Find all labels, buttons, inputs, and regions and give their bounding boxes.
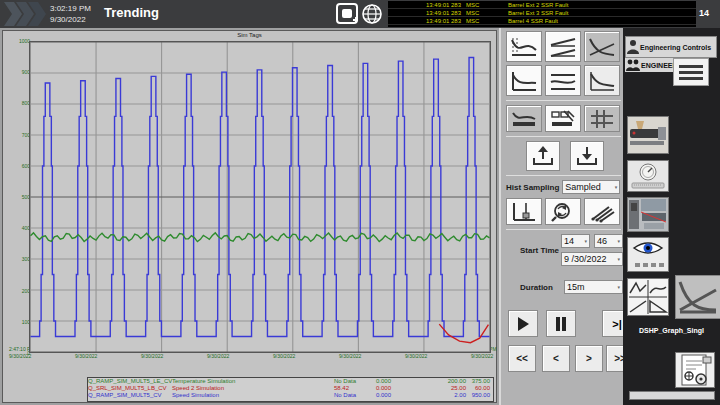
pen-tag: Q_SRL_SIM_MULT5_LB_CV: [88, 385, 172, 392]
start-minute-value: 46: [597, 236, 607, 246]
pen-cursor-value: 0.000: [376, 392, 436, 399]
start-date-value: 9 /30/2022: [564, 254, 607, 264]
duration-select[interactable]: 15m ▾: [564, 280, 623, 294]
export-trend-button[interactable]: [526, 141, 560, 171]
trend-style-3-button[interactable]: [584, 31, 620, 62]
quad-graph-button[interactable]: [627, 278, 669, 316]
screenshot-icon[interactable]: [336, 3, 359, 25]
cursor-button[interactable]: [506, 198, 542, 225]
pen-max: 950.00: [466, 392, 492, 399]
step-back-button[interactable]: <: [542, 345, 570, 372]
hamburger-menu-button[interactable]: [673, 58, 709, 86]
pause-button[interactable]: [546, 310, 576, 337]
clock: 3:02:19 PM 9/30/2022: [50, 3, 91, 25]
pen-legend-table[interactable]: Q_RAMP_SIM_MULT5_LE_CV Temperature Simul…: [87, 377, 494, 402]
pen-value: No Data: [334, 392, 376, 399]
pen-max: 375.00: [466, 378, 492, 385]
play-button[interactable]: [508, 310, 538, 337]
navigation-sidebar: Engineering Controls ENGINEERS: [623, 28, 720, 405]
hist-sampling-select[interactable]: Sampled ▾: [562, 180, 620, 194]
current-time: 3:02:19 PM: [50, 3, 91, 14]
engineering-controls-button[interactable]: Engineering Controls: [625, 36, 717, 58]
chevron-down-icon: ▾: [615, 184, 618, 190]
alarm-banner[interactable]: 13:49:01 283 MSC Barrel Ext 2 SSR Fault …: [388, 1, 696, 27]
pen-temperature-simulation: [30, 233, 489, 242]
pens-button[interactable]: [584, 198, 620, 225]
sidebar-scrollbar[interactable]: [629, 391, 715, 400]
alarm-message: Barrel 4 SSR Fault: [508, 17, 558, 24]
import-trend-button[interactable]: [570, 141, 604, 171]
chart-background-icon: [511, 109, 537, 129]
pen-cursor-value: 0.000: [376, 378, 436, 385]
trend-chart[interactable]: [30, 42, 490, 352]
legend-row[interactable]: Q_SRL_SIM_MULT5_LB_CV Speed 2 Simulation…: [88, 385, 493, 392]
start-time-label: Start Time: [520, 246, 559, 255]
chevron-down-icon: ▾: [617, 284, 620, 290]
trend-style-4-button[interactable]: [506, 65, 542, 96]
quad-graph-icon: [628, 279, 668, 315]
page-back-button[interactable]: <<: [508, 345, 536, 372]
alarm-time: 13:49:01 283: [426, 9, 466, 16]
spinner-icon: ▾: [584, 238, 587, 244]
zoom-refresh-button[interactable]: [545, 198, 581, 225]
step-back-label: <: [553, 353, 559, 364]
play-icon: [517, 317, 529, 331]
trend-style-3-icon: [588, 36, 616, 58]
start-minute-spinner[interactable]: 46 ▾: [594, 234, 623, 248]
chart-background-button[interactable]: [506, 105, 542, 132]
trend-style-6-icon: [588, 70, 616, 92]
y-axis-label: 900: [8, 69, 30, 75]
pause-icon: [555, 317, 567, 331]
machine-screen-button[interactable]: [627, 197, 669, 232]
company-logo-icon: [4, 2, 46, 26]
language-globe-icon[interactable]: [361, 3, 384, 25]
people-icon: [625, 59, 641, 72]
trend-style-1-button[interactable]: [506, 31, 542, 62]
vision-screen-button[interactable]: [627, 237, 669, 272]
alarm-source: MSC: [466, 9, 492, 16]
single-graph-button[interactable]: [675, 275, 720, 319]
alarm-count-badge: 14: [699, 8, 709, 18]
alarm-row[interactable]: 13:49:01 283 MSC Barrel Ext 2 SSR Fault: [388, 1, 696, 9]
chart-title: Sim Tags: [3, 32, 496, 38]
legend-row[interactable]: Q_RAMP_SIM_MULT5_LE_CV Temperature Simul…: [88, 378, 493, 385]
pen-value: 58.42: [334, 385, 376, 392]
y-axis-label: 600: [8, 163, 30, 169]
pen-tag: Q_RAMP_SIM_MULT5_CV: [88, 392, 172, 399]
y-axis-label: 200: [8, 288, 30, 294]
extruder-screen-button[interactable]: [627, 116, 669, 154]
report-document-icon: [676, 353, 714, 387]
legend-row[interactable]: Q_RAMP_SIM_MULT5_CV Speed Simulation No …: [88, 392, 493, 399]
menu-bar: [679, 71, 703, 74]
duration-value: 15m: [567, 282, 585, 292]
gauge-screen-button[interactable]: [627, 160, 669, 192]
chevron-down-icon: ▾: [617, 256, 620, 262]
pen-style-button[interactable]: [545, 105, 581, 132]
alarm-row[interactable]: 13:49:01 283 MSC Barrel Ext 3 SSR Fault: [388, 9, 696, 17]
pen-cursor-value: 0.000: [376, 385, 436, 392]
pens-icon: [589, 201, 615, 223]
page-title: Trending: [104, 5, 159, 20]
jump-to-now-label: >|: [612, 318, 622, 330]
trend-style-6-button[interactable]: [584, 65, 620, 96]
alarm-row[interactable]: 13:49:01 283 MSC Barrel 4 SSR Fault: [388, 17, 696, 25]
step-forward-button[interactable]: >: [575, 345, 603, 372]
step-forward-label: >: [586, 353, 592, 364]
trend-style-1-icon: [510, 36, 538, 58]
trend-style-2-icon: [549, 36, 577, 58]
start-hour-spinner[interactable]: 14 ▾: [561, 234, 590, 248]
trend-style-2-button[interactable]: [545, 31, 581, 62]
gridlines-button[interactable]: [584, 105, 620, 132]
trend-style-4-icon: [510, 70, 538, 92]
trend-chart-panel: Sim Tags 0100200300400500600700800900100…: [2, 30, 497, 403]
trend-style-5-button[interactable]: [545, 65, 581, 96]
start-date-picker[interactable]: 9 /30/2022 ▾: [561, 252, 623, 266]
pen-description: Speed 2 Simulation: [172, 385, 334, 392]
pen-min: 2.00: [436, 392, 466, 399]
trend-plot-area[interactable]: [29, 41, 491, 353]
y-axis-label: 700: [8, 132, 30, 138]
zoom-refresh-icon: [550, 201, 576, 223]
report-button[interactable]: [675, 352, 715, 388]
duration-label: Duration: [520, 283, 553, 292]
hist-sampling-label: Hist Sampling: [506, 183, 559, 192]
